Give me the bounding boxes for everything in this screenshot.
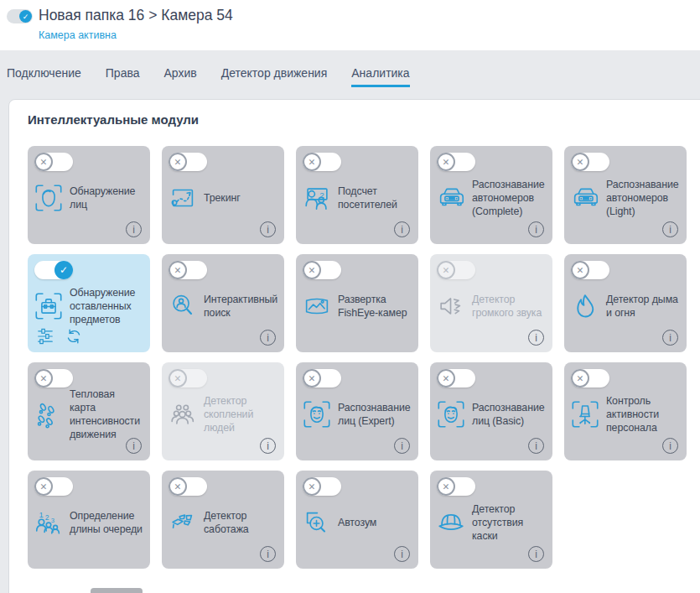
info-icon[interactable]: i <box>662 330 678 346</box>
module-toggle[interactable]: ✕ <box>437 369 475 388</box>
module-card-face-detection: ✕ Обнаружение лиц i <box>28 146 150 244</box>
module-toggle[interactable]: ✕ <box>169 369 207 388</box>
module-toggle[interactable]: ✕ <box>169 153 207 171</box>
module-toggle[interactable]: ✕ <box>169 261 207 279</box>
camera-status-link[interactable]: Камера активна <box>39 29 117 41</box>
crowd-icon <box>167 398 199 430</box>
module-card-sabotage-detector: ✕ Детектор саботажа i <box>162 471 284 569</box>
tab-label: Аналитика <box>351 66 409 80</box>
info-icon[interactable]: i <box>394 438 410 454</box>
module-card-fisheye-dewarp: ✕ Развертка FishEye-камер <box>296 254 418 352</box>
module-toggle-knob: ✕ <box>169 477 187 496</box>
module-card-crowd-detector: ✕ Детектор скоплений людей i <box>162 362 284 460</box>
module-toggle[interactable]: ✕ <box>303 369 341 388</box>
module-toggle-knob: ✕ <box>169 153 187 171</box>
module-toggle[interactable]: ✕ <box>571 153 609 171</box>
info-icon[interactable]: i <box>394 221 410 237</box>
module-toggle[interactable]: ✕ <box>34 369 73 388</box>
module-card-heatmap: ✕ Тепловая карта интенсивности движения … <box>28 362 150 460</box>
info-icon[interactable]: i <box>126 438 142 454</box>
module-toggle-knob: ✕ <box>303 153 321 171</box>
tab-archive[interactable]: Архив <box>163 66 196 80</box>
module-card-tracking: ✕ Трекинг i <box>162 146 284 244</box>
module-toggle-knob: ✕ <box>169 261 187 279</box>
module-toggle-knob: ✕ <box>169 369 187 388</box>
module-toggle-knob: ✓ <box>54 261 73 279</box>
module-toggle[interactable]: ✕ <box>169 477 207 496</box>
helmet-icon <box>435 507 467 538</box>
smoke-fire-icon <box>569 290 601 322</box>
module-label: Трекинг <box>204 191 241 205</box>
info-icon[interactable]: i <box>528 330 544 346</box>
fisheye-dewarp-icon <box>301 290 333 322</box>
tab-rights[interactable]: Права <box>106 66 140 80</box>
module-toggle-knob: ✕ <box>34 477 53 496</box>
module-label: Обнаружение лиц <box>70 185 143 211</box>
module-toggle[interactable]: ✕ <box>303 261 341 279</box>
tab-label: Архив <box>163 66 196 80</box>
sabotage-icon <box>167 507 199 538</box>
module-toggle[interactable]: ✕ <box>34 153 73 171</box>
face-recognition-icon <box>435 398 467 430</box>
module-toggle[interactable]: ✕ <box>437 261 475 279</box>
module-toggle[interactable]: ✕ <box>437 477 475 496</box>
module-extra-actions <box>36 327 83 346</box>
info-icon[interactable]: i <box>528 438 544 454</box>
module-label: Обнаружение оставленных предметов <box>70 286 143 326</box>
module-toggle-knob: ✕ <box>437 369 455 388</box>
module-card-queue-length: ✕ Определение длины очереди <box>28 471 150 569</box>
tab-label: Детектор движения <box>221 66 328 80</box>
info-icon[interactable]: i <box>394 546 410 562</box>
module-label: Тепловая карта интенсивности движения <box>70 388 143 442</box>
settings-sliders-icon[interactable] <box>36 327 54 346</box>
header-toggle[interactable]: ✓ <box>7 9 33 23</box>
info-icon[interactable]: i <box>126 221 142 237</box>
module-card-interactive-search: ✕ Интерактивный поиск i <box>162 254 284 352</box>
module-card-staff-activity: ✕ Контроль активности персонала i <box>564 362 687 460</box>
partial-next-row-element <box>91 588 143 593</box>
module-card-lpr-light: ✕ Распознавание автономеров (Light) i <box>564 146 687 244</box>
module-card-face-recognition-expert: ✕ Распознавание лиц (Expert) i <box>296 362 418 460</box>
module-toggle[interactable]: ✕ <box>571 369 609 388</box>
module-toggle[interactable]: ✕ <box>437 153 475 171</box>
module-toggle[interactable]: ✓ <box>34 261 73 279</box>
tab-connection[interactable]: Подключение <box>7 66 81 80</box>
refresh-icon[interactable] <box>65 327 83 346</box>
tab-label: Права <box>106 66 140 80</box>
face-recognition-icon <box>301 398 333 430</box>
module-toggle[interactable]: ✕ <box>303 477 341 496</box>
module-label: Автозум <box>338 516 376 529</box>
module-label: Детектор скоплений людей <box>204 394 277 434</box>
module-card-autozoom: ✕ Автозум i <box>296 471 418 569</box>
module-label: Интерактивный поиск <box>204 293 277 320</box>
module-toggle[interactable]: ✕ <box>303 153 341 171</box>
module-card-visitor-counting: ✕ Подсчет посетителей i <box>296 146 418 244</box>
loud-sound-icon <box>435 290 467 322</box>
module-toggle-knob: ✕ <box>34 153 53 171</box>
module-toggle-knob: ✕ <box>303 477 321 496</box>
tab-label: Подключение <box>7 66 81 80</box>
module-label: Распознавание автономеров (Light) <box>606 178 680 218</box>
module-label: Распознавание автономеров (Complete) <box>472 178 546 218</box>
module-toggle-knob: ✕ <box>437 153 455 171</box>
page-title: Новая папка 16 > Камера 54 <box>39 7 233 24</box>
module-card-abandoned-objects: ✓ Обнаружение оставленных предметов <box>28 254 150 352</box>
info-icon[interactable]: i <box>662 221 678 237</box>
info-icon[interactable]: i <box>260 330 276 346</box>
module-toggle[interactable]: ✕ <box>34 477 73 496</box>
abandoned-objects-icon <box>33 290 65 322</box>
info-icon[interactable]: i <box>260 546 276 562</box>
module-label: Подсчет посетителей <box>338 185 412 211</box>
module-label: Распознавание лиц (Expert) <box>338 401 412 428</box>
info-icon[interactable]: i <box>662 438 678 454</box>
info-icon[interactable]: i <box>528 546 544 562</box>
analytics-panel: Интеллектуальные модули ✕ Обнаружение ли… <box>8 99 700 593</box>
module-label: Контроль активности персонала <box>606 394 680 434</box>
tab-analytics[interactable]: Аналитика <box>351 66 409 80</box>
module-toggle-knob: ✕ <box>303 369 321 388</box>
info-icon[interactable]: i <box>260 221 276 237</box>
info-icon[interactable]: i <box>528 221 544 237</box>
tab-motion-detector[interactable]: Детектор движения <box>221 66 328 80</box>
info-icon[interactable]: i <box>260 438 276 454</box>
module-toggle[interactable]: ✕ <box>571 261 609 279</box>
